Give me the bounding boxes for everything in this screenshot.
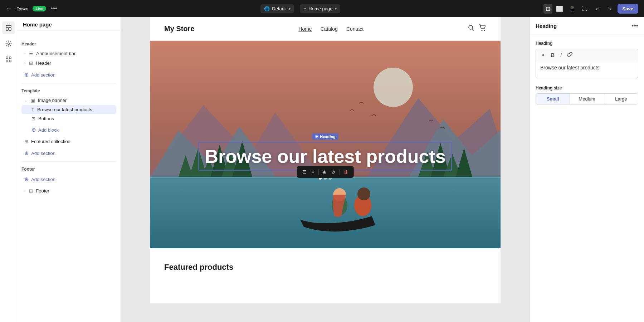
svg-rect-1 (6, 28, 8, 30)
visibility-button[interactable]: ◉ (321, 168, 328, 176)
divider (21, 83, 116, 83)
plus-circle-icon: ⊕ (24, 150, 29, 156)
right-panel-title: Heading (536, 23, 557, 29)
nav-catalog[interactable]: Catalog (321, 26, 338, 32)
back-button[interactable]: ← (6, 5, 12, 13)
sparkle-tool-button[interactable]: ✦ (540, 52, 547, 59)
sidebar-item-label: Image banner (38, 98, 67, 103)
sidebar-subitem-browse-heading[interactable]: T Browse our latest products (21, 105, 116, 114)
topbar: ← Dawn Live ••• 🌐 Default ▾ ⌂ Home page … (0, 0, 644, 17)
sections-icon-button[interactable] (2, 21, 15, 34)
right-panel-more-button[interactable]: ••• (631, 22, 638, 30)
redo-button[interactable]: ↪ (605, 4, 614, 13)
apps-icon-button[interactable] (2, 53, 15, 66)
canvas-scroll[interactable]: My Store Home Catalog Contact (121, 17, 530, 322)
sidebar-subitem-label: Browse our latest products (37, 107, 92, 112)
svg-rect-4 (6, 57, 8, 59)
toolbar-separator (339, 169, 340, 175)
device-icons: ⊞ ⬜ 📱 ⛶ (543, 4, 590, 14)
svg-rect-2 (9, 28, 11, 30)
add-section-header-label: Add section (31, 72, 55, 78)
plus-circle-icon: ⊕ (24, 72, 29, 78)
tablet-icon[interactable]: ⬜ (554, 4, 565, 14)
add-block-button[interactable]: ⊕ Add block (21, 125, 116, 135)
size-large-button[interactable]: Large (604, 94, 638, 104)
search-icon[interactable] (468, 24, 475, 33)
heading-overlay[interactable]: Heading Browse our latest products (198, 133, 452, 171)
nav-home[interactable]: Home (298, 26, 312, 32)
add-section-footer-button[interactable]: ⊕ Add section (21, 174, 116, 185)
align-left-button[interactable]: ☰ (301, 168, 308, 176)
plus-circle-icon: ⊕ (24, 176, 29, 182)
right-panel-header: Heading ••• (530, 17, 644, 35)
page-label: Home page (308, 6, 332, 11)
save-button[interactable]: Save (618, 4, 638, 14)
divider (21, 161, 116, 162)
heading-badge-label: Heading (320, 135, 335, 139)
add-section-header-button[interactable]: ⊕ Add section (21, 69, 116, 80)
sidebar-subitem-buttons[interactable]: ⊡ Buttons (21, 114, 116, 123)
chevron-right-icon: › (24, 189, 25, 193)
right-panel: Heading ••• Heading ✦ B I Browse our lat… (530, 17, 644, 322)
featured-products-section: Featured products (150, 248, 501, 279)
sidebar-item-announcement-bar[interactable]: › ☰ Announcement bar (21, 49, 116, 58)
add-block-label: Add block (38, 127, 59, 133)
chevron-down-icon: ⌄ (24, 98, 27, 102)
nav-contact[interactable]: Contact (346, 26, 364, 32)
settings-icon-button[interactable] (2, 37, 15, 50)
svg-point-10 (484, 30, 485, 31)
header-icon: ⊟ (29, 60, 33, 66)
heading-size-section: Heading size Small Medium Large (536, 86, 638, 104)
size-medium-button[interactable]: Medium (570, 94, 604, 104)
heading-size-label: Heading size (536, 86, 638, 91)
text-icon: T (31, 107, 34, 112)
sidebar-item-header[interactable]: › ⊟ Header (21, 58, 116, 68)
align-center-button[interactable]: ≡ (310, 168, 316, 176)
size-options: Small Medium Large (536, 93, 638, 104)
sidebar-section-template-label: Template (21, 88, 116, 93)
mobile-icon[interactable]: 📱 (567, 4, 578, 14)
sidebar-item-featured-collection[interactable]: ⊞ Featured collection (21, 137, 116, 146)
page-dropdown[interactable]: ⌂ Home page ▾ (300, 4, 340, 13)
sidebar-section-header-label: Header (21, 42, 116, 47)
svg-point-8 (469, 25, 473, 29)
delete-button[interactable]: 🗑 (342, 168, 350, 176)
canvas-wrapper: My Store Home Catalog Contact (121, 17, 530, 322)
sidebar-item-label: Announcement bar (36, 51, 75, 56)
sidebar-section-footer-label: Footer (21, 167, 116, 172)
right-panel-body: Heading ✦ B I Browse our latest products… (530, 35, 644, 322)
plus-circle-icon: ⊕ (31, 127, 36, 133)
sidebar-item-footer[interactable]: › ⊟ Footer (21, 186, 116, 196)
sidebar-item-image-banner[interactable]: ⌄ ▣ Image banner (21, 96, 116, 105)
italic-tool-button[interactable]: I (559, 52, 563, 59)
topbar-right: ⊞ ⬜ 📱 ⛶ ↩ ↪ Save (543, 4, 638, 14)
fullscreen-icon[interactable]: ⛶ (580, 4, 590, 13)
desktop-icon[interactable]: ⊞ (543, 4, 552, 14)
store-header: My Store Home Catalog Contact (150, 17, 501, 41)
sidebar-content: Header › ☰ Announcement bar › ⊟ Header ⊕… (17, 31, 121, 322)
cart-icon[interactable] (479, 24, 486, 33)
undo-button[interactable]: ↩ (593, 4, 602, 13)
bold-tool-button[interactable]: B (550, 52, 556, 59)
theme-dropdown[interactable]: 🌐 Default ▾ (260, 4, 294, 13)
chevron-down-icon: ▾ (335, 7, 337, 11)
svg-point-9 (482, 30, 483, 31)
store-nav: Home Catalog Contact (298, 26, 364, 32)
topbar-left: ← Dawn Live ••• (6, 5, 57, 13)
home-icon: ⌂ (303, 6, 306, 11)
no-entry-button[interactable]: ⊘ (330, 168, 337, 176)
left-area: Home page Header › ☰ Announcement bar › … (0, 17, 121, 322)
store-preview: My Store Home Catalog Contact (150, 17, 501, 303)
inline-toolbar: ☰ ≡ ◉ ⊘ 🗑 (297, 166, 354, 178)
svg-rect-13 (150, 177, 501, 248)
heading-text-editor[interactable]: Browse our latest products (536, 61, 638, 78)
size-small-button[interactable]: Small (536, 94, 570, 104)
svg-rect-0 (6, 25, 11, 27)
sidebar-item-label: Featured collection (31, 139, 70, 144)
main-area: Home page Header › ☰ Announcement bar › … (0, 17, 644, 322)
add-section-template-label: Add section (31, 151, 55, 156)
more-options-button[interactable]: ••• (50, 5, 57, 13)
link-tool-button[interactable] (566, 51, 574, 59)
user-name: Dawn (16, 6, 28, 11)
add-section-template-button[interactable]: ⊕ Add section (21, 148, 116, 158)
